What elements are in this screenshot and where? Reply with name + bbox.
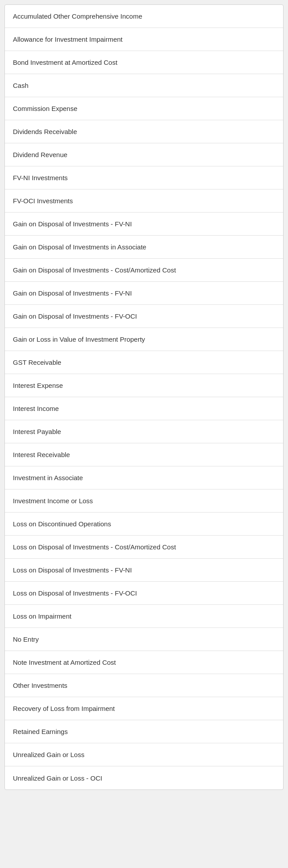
list-item-gain-on-disposal-of-investments-fv-ni-2[interactable]: Gain on Disposal of Investments - FV-NI [5,282,283,305]
list-item-label-gain-on-disposal-of-investments-fv-ni-2: Gain on Disposal of Investments - FV-NI [13,288,132,298]
list-item-label-interest-income: Interest Income [13,404,59,413]
list-item-label-loss-on-disposal-of-investments-fv-oci: Loss on Disposal of Investments - FV-OCI [13,588,137,598]
list-item-label-other-investments: Other Investments [13,681,68,690]
list-item-gst-receivable[interactable]: GST Receivable [5,351,283,374]
list-item-recovery-of-loss-from-impairment[interactable]: Recovery of Loss from Impairment [5,697,283,720]
list-item-unrealized-gain-or-loss[interactable]: Unrealized Gain or Loss [5,743,283,766]
list-item-label-allowance-for-investment-impairment: Allowance for Investment Impairment [13,35,123,44]
list-item-interest-expense[interactable]: Interest Expense [5,374,283,397]
list-item-bond-investment-at-amortized-cost[interactable]: Bond Investment at Amortized Cost [5,51,283,74]
list-item-label-note-investment-at-amortized-cost: Note Investment at Amortized Cost [13,658,116,667]
list-item-commission-expense[interactable]: Commission Expense [5,97,283,120]
list-item-dividend-revenue[interactable]: Dividend Revenue [5,143,283,166]
list-item-gain-on-disposal-of-investments-fv-oci[interactable]: Gain on Disposal of Investments - FV-OCI [5,305,283,328]
list-item-label-loss-on-impairment: Loss on Impairment [13,612,72,621]
list-item-label-bond-investment-at-amortized-cost: Bond Investment at Amortized Cost [13,58,117,67]
list-item-label-unrealized-gain-or-loss: Unrealized Gain or Loss [13,750,84,759]
list-item-loss-on-discontinued-operations[interactable]: Loss on Discontinued Operations [5,513,283,536]
list-item-cash[interactable]: Cash [5,74,283,97]
list-item-accumulated-other-comprehensive-income[interactable]: Accumulated Other Comprehensive Income [5,5,283,28]
list-item-label-gst-receivable: GST Receivable [13,358,61,367]
list-item-interest-payable[interactable]: Interest Payable [5,420,283,443]
list-item-no-entry[interactable]: No Entry [5,628,283,651]
list-item-gain-on-disposal-of-investments-in-associate[interactable]: Gain on Disposal of Investments in Assoc… [5,236,283,259]
list-item-other-investments[interactable]: Other Investments [5,674,283,697]
list-item-label-unrealized-gain-or-loss-oci: Unrealized Gain or Loss - OCI [13,773,102,783]
list-item-label-investment-income-or-loss: Investment Income or Loss [13,496,93,505]
list-item-label-gain-on-disposal-of-investments-fv-oci: Gain on Disposal of Investments - FV-OCI [13,312,137,321]
list-item-label-gain-on-disposal-of-investments-fv-ni-1: Gain on Disposal of Investments - FV-NI [13,219,132,229]
list-item-label-loss-on-discontinued-operations: Loss on Discontinued Operations [13,519,111,529]
list-item-label-no-entry: No Entry [13,635,39,644]
list-item-label-investment-in-associate: Investment in Associate [13,473,83,482]
list-item-label-fv-ni-investments: FV-NI Investments [13,173,68,182]
investment-accounts-list: Accumulated Other Comprehensive IncomeAl… [4,4,284,790]
list-item-label-gain-on-disposal-of-investments-cost-amortized: Gain on Disposal of Investments - Cost/A… [13,265,176,275]
list-item-label-loss-on-disposal-of-investments-cost-amortized: Loss on Disposal of Investments - Cost/A… [13,542,176,552]
list-item-note-investment-at-amortized-cost[interactable]: Note Investment at Amortized Cost [5,651,283,674]
list-item-label-gain-on-disposal-of-investments-in-associate: Gain on Disposal of Investments in Assoc… [13,242,146,252]
list-item-label-cash: Cash [13,81,28,90]
list-item-loss-on-impairment[interactable]: Loss on Impairment [5,605,283,628]
list-item-label-dividends-receivable: Dividends Receivable [13,127,77,136]
list-item-label-gain-or-loss-in-value-of-investment-property: Gain or Loss in Value of Investment Prop… [13,335,145,344]
list-item-loss-on-disposal-of-investments-fv-oci[interactable]: Loss on Disposal of Investments - FV-OCI [5,582,283,605]
list-item-label-loss-on-disposal-of-investments-fv-ni: Loss on Disposal of Investments - FV-NI [13,565,132,575]
list-item-dividends-receivable[interactable]: Dividends Receivable [5,120,283,143]
list-item-label-retained-earnings: Retained Earnings [13,727,68,736]
list-item-fv-ni-investments[interactable]: FV-NI Investments [5,166,283,189]
list-item-investment-income-or-loss[interactable]: Investment Income or Loss [5,489,283,513]
list-item-label-dividend-revenue: Dividend Revenue [13,150,68,159]
list-item-label-interest-payable: Interest Payable [13,427,61,436]
list-item-label-commission-expense: Commission Expense [13,104,77,113]
list-item-loss-on-disposal-of-investments-cost-amortized[interactable]: Loss on Disposal of Investments - Cost/A… [5,536,283,559]
list-item-allowance-for-investment-impairment[interactable]: Allowance for Investment Impairment [5,28,283,51]
list-item-retained-earnings[interactable]: Retained Earnings [5,720,283,743]
list-item-gain-on-disposal-of-investments-cost-amortized[interactable]: Gain on Disposal of Investments - Cost/A… [5,259,283,282]
list-item-investment-in-associate[interactable]: Investment in Associate [5,466,283,489]
list-item-interest-receivable[interactable]: Interest Receivable [5,443,283,466]
list-item-label-interest-receivable: Interest Receivable [13,450,70,459]
list-item-label-interest-expense: Interest Expense [13,381,63,390]
list-item-loss-on-disposal-of-investments-fv-ni[interactable]: Loss on Disposal of Investments - FV-NI [5,559,283,582]
list-item-label-fv-oci-investments: FV-OCI Investments [13,196,73,205]
list-item-gain-on-disposal-of-investments-fv-ni-1[interactable]: Gain on Disposal of Investments - FV-NI [5,213,283,236]
list-item-fv-oci-investments[interactable]: FV-OCI Investments [5,189,283,213]
list-item-label-accumulated-other-comprehensive-income: Accumulated Other Comprehensive Income [13,12,142,21]
list-item-gain-or-loss-in-value-of-investment-property[interactable]: Gain or Loss in Value of Investment Prop… [5,328,283,351]
list-item-interest-income[interactable]: Interest Income [5,397,283,420]
list-item-label-recovery-of-loss-from-impairment: Recovery of Loss from Impairment [13,704,115,713]
list-item-unrealized-gain-or-loss-oci[interactable]: Unrealized Gain or Loss - OCI [5,766,283,789]
